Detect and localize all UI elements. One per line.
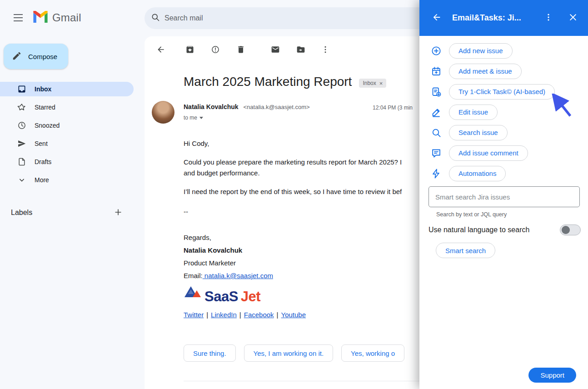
plus-icon [114,208,123,218]
add-issue-comment-button[interactable]: Add issue comment [449,145,528,161]
sidebar-item-label: Inbox [35,85,51,93]
natural-language-row: Use natural language to search [429,224,581,235]
clock-icon [17,121,26,130]
action-row-one-click-task: Try 1-Click Task© (AI-based) [419,81,588,102]
send-icon [17,139,26,148]
sidebar-item-sent[interactable]: Sent [0,136,134,151]
details-caret-icon [199,117,203,119]
email-subject: March 2025 Marketing Report [184,75,352,89]
compose-button[interactable]: Compose [4,44,68,69]
panel-kebab-icon [544,13,553,23]
action-row-automations: Automations [419,163,588,184]
archive-icon [185,45,194,55]
panel-actions: Add new issue Add meet & issue Try 1-Cli… [419,40,588,184]
search-input[interactable] [164,14,432,22]
link-separator: | [239,311,241,319]
back-button[interactable] [152,41,170,59]
saasjet-logo-icon [184,284,202,303]
sidebar-item-starred[interactable]: Starred [0,100,134,115]
smart-search-button[interactable]: Smart search [436,243,495,258]
panel-close-button[interactable] [566,11,580,25]
draft-icon [17,157,26,166]
add-new-issue-button[interactable]: Add new issue [449,43,513,59]
gmail-m-icon [33,11,48,25]
gmail-logo: Gmail [33,11,81,25]
action-row-edit-issue: Edit issue [419,102,588,122]
sidebar-item-more[interactable]: More [0,173,134,187]
smart-reply-2[interactable]: Yes, I am working on it. [244,344,334,362]
search-icon [151,13,160,24]
sidebar-item-snoozed[interactable]: Snoozed [0,118,134,133]
logo-text-saas: SaaS [204,290,238,303]
email-label: Email: [184,272,203,279]
smart-reply-1[interactable]: Sure thing. [184,344,236,362]
signature-email-link[interactable]: natalia.k@saasjet.com [203,272,273,279]
labels-header: Labels [11,209,32,217]
task-add-icon [431,86,442,97]
back-arrow-icon [156,45,165,55]
search-issue-button[interactable]: Search issue [449,125,508,140]
search-hint: Search by text or JQL query [436,211,507,218]
sidebar-item-label: Starred [35,104,55,111]
calendar-icon [431,66,442,77]
add-meet-issue-button[interactable]: Add meet & issue [449,64,522,79]
hamburger-icon [14,14,23,23]
automation-bolt-icon [431,168,442,179]
natural-language-toggle[interactable] [560,224,581,235]
panel-back-arrow-icon [432,12,442,24]
trash-icon [236,45,245,55]
edit-issue-button[interactable]: Edit issue [449,105,498,120]
compose-label: Compose [28,53,57,60]
more-options-button[interactable] [316,41,334,59]
report-spam-button[interactable] [206,41,224,59]
support-button[interactable]: Support [528,368,576,383]
action-row-add-meet: Add meet & issue [419,61,588,81]
star-icon [17,103,26,112]
move-to-folder-button[interactable] [292,41,310,59]
sidebar-item-label: Drafts [35,158,51,165]
sidebar-item-label: Snoozed [35,122,60,129]
linkedin-link[interactable]: LinkedIn [211,311,237,319]
panel-back-button[interactable] [429,11,444,25]
automations-button[interactable]: Automations [449,166,506,181]
logo-text-jet: Jet [241,290,260,303]
app-title: Gmail [52,11,81,24]
mark-unread-button[interactable] [266,41,284,59]
archive-button[interactable] [181,41,199,59]
try-one-click-task-button[interactable]: Try 1-Click Task© (AI-based) [449,84,555,100]
envelope-icon [271,45,280,55]
panel-header: Email&Tasks: Ji... [419,0,588,36]
link-separator: | [206,311,208,319]
jira-smart-search-input[interactable] [429,186,580,207]
sidebar-nav: Inbox Starred Snoozed Sent Drafts [0,82,134,191]
jira-addon-panel: Email&Tasks: Ji... Add new issue Add mee… [419,0,588,389]
inbox-label-badge[interactable]: Inbox × [359,79,386,88]
youtube-link[interactable]: Youtube [281,311,306,319]
sender-name: Natalia Kovalchuk [184,103,239,110]
toggle-knob [562,226,570,234]
panel-menu-button[interactable] [542,11,555,25]
main-menu-button[interactable] [7,7,29,29]
add-circle-icon [431,45,442,56]
facebook-link[interactable]: Facebook [244,311,274,319]
sidebar-item-inbox[interactable]: Inbox [0,82,134,96]
mail-search-bar[interactable] [145,7,435,29]
twitter-link[interactable]: Twitter [184,311,204,319]
sidebar-item-drafts[interactable]: Drafts [0,155,134,169]
to-me-label: to me [184,115,197,121]
panel-title: Email&Tasks: Ji... [452,13,521,23]
edit-pencil-icon [431,107,442,118]
recipient-dropdown[interactable]: to me [184,115,203,121]
delete-button[interactable] [232,41,250,59]
action-row-add-comment: Add issue comment [419,143,588,163]
action-row-add-new-issue: Add new issue [419,40,588,61]
mail-toolbar [152,41,334,59]
inbox-badge-text: Inbox [363,80,376,86]
remove-label-icon[interactable]: × [379,80,383,86]
folder-move-icon [296,45,305,55]
smart-reply-3[interactable]: Yes, working o [341,344,404,362]
sender-address: <natalia.k@saasjet.com> [244,104,310,110]
create-label-button[interactable] [111,205,125,220]
subject-row: March 2025 Marketing Report Inbox × [184,75,386,89]
compose-pencil-icon [12,51,22,62]
